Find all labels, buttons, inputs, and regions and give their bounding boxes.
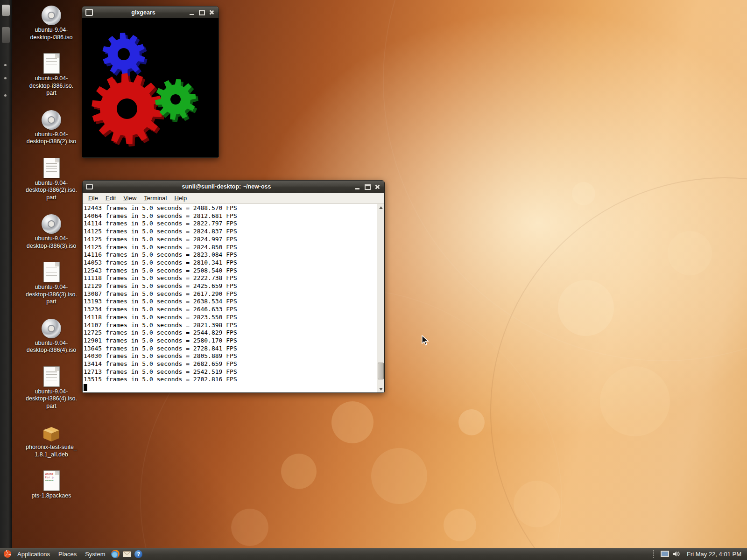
terminal-line: 14064 frames in 5.0 seconds = 2812.681 F… xyxy=(84,212,377,220)
bottom-panel: ApplicationsPlacesSystem ? Fri May 22, 4… xyxy=(0,548,747,560)
terminal-line: 13234 frames in 5.0 seconds = 2646.633 F… xyxy=(84,306,377,314)
volume-icon[interactable] xyxy=(673,551,680,557)
terminal-line: 14107 frames in 5.0 seconds = 2821.398 F… xyxy=(84,322,377,329)
partfile-icon xyxy=(43,365,60,387)
glxgears-window: glxgears xyxy=(82,6,219,158)
red-gear-hole xyxy=(117,98,137,119)
dock-item[interactable] xyxy=(4,77,7,79)
panel-menu-places[interactable]: Places xyxy=(54,549,81,559)
terminal-line: 13414 frames in 5.0 seconds = 2682.659 F… xyxy=(84,360,377,368)
desktop-icon-label: ubuntu-9.04-desktop-i386(2).iso.part xyxy=(26,180,77,202)
partfile-icon xyxy=(43,157,60,178)
firefox-icon xyxy=(111,550,120,558)
partfile-icon xyxy=(43,261,60,282)
dock-item[interactable] xyxy=(4,94,7,97)
panel-menu-system[interactable]: System xyxy=(81,549,109,559)
panel-clock[interactable]: Fri May 22, 4:01 PM xyxy=(684,551,744,558)
terminal-output[interactable]: 12443 frames in 5.0 seconds = 2488.570 F… xyxy=(83,204,377,392)
firefox-launcher[interactable] xyxy=(111,550,120,559)
dock-item[interactable] xyxy=(2,27,10,43)
terminal-line: 14118 frames in 5.0 seconds = 2823.550 F… xyxy=(84,314,377,322)
panel-menus: ApplicationsPlacesSystem xyxy=(3,549,109,559)
desktop-icon-label: ubuntu-9.04-desktop-i386.iso xyxy=(30,27,72,41)
menu-file[interactable]: File xyxy=(85,194,102,203)
tray-handle[interactable] xyxy=(653,550,656,558)
desktop-icon-label: ubuntu-9.04-desktop-i386(3).iso.part xyxy=(26,284,77,306)
glxgears-window-title: glxgears xyxy=(101,9,186,16)
terminal-line: 12901 frames in 5.0 seconds = 2580.170 F… xyxy=(84,337,377,345)
close-button[interactable] xyxy=(206,8,216,16)
textfile-icon: WARNIFor p===== xyxy=(43,469,60,491)
desktop-icon-label: ubuntu-9.04-desktop-i386(4).iso.part xyxy=(26,388,77,410)
arrow-down-icon xyxy=(379,388,383,391)
terminal-line: 13087 frames in 5.0 seconds = 2617.290 F… xyxy=(84,290,377,298)
terminal-line: 14116 frames in 5.0 seconds = 2823.084 F… xyxy=(84,251,377,259)
menu-help[interactable]: Help xyxy=(170,194,190,203)
terminal-titlebar[interactable]: sunil@sunil-desktop: ~/new-oss xyxy=(83,181,384,193)
help-icon: ? xyxy=(134,550,142,558)
desktop-icon-label: ubuntu-9.04-desktop-i386(3).iso xyxy=(27,235,76,250)
desktop-icon-part2[interactable]: ubuntu-9.04-desktop-i386(2).iso.part xyxy=(21,157,82,202)
desktop-icon-iso1[interactable]: ubuntu-9.04-desktop-i386.iso xyxy=(21,4,82,41)
mail-icon xyxy=(123,551,131,557)
desktop-icon-label: ubuntu-9.04-desktop-i386.iso.part xyxy=(29,75,74,97)
dock-item[interactable] xyxy=(4,64,7,66)
terminal-line: 12543 frames in 5.0 seconds = 2508.540 F… xyxy=(84,267,377,275)
help-launcher[interactable]: ? xyxy=(134,550,143,559)
desktop-icon-iso4[interactable]: ubuntu-9.04-desktop-i386(4).iso xyxy=(21,317,82,354)
terminal-line: 12129 frames in 5.0 seconds = 2425.659 F… xyxy=(84,282,377,290)
partfile-icon xyxy=(43,52,60,74)
minimize-button[interactable] xyxy=(352,183,362,191)
terminal-scrollbar[interactable] xyxy=(377,204,384,392)
display-tray-icon[interactable] xyxy=(661,551,669,557)
dock-item[interactable] xyxy=(2,5,10,16)
terminal-line: 12725 frames in 5.0 seconds = 2544.829 F… xyxy=(84,329,377,337)
green-gear-hole xyxy=(170,94,181,105)
terminal-line: 13515 frames in 5.0 seconds = 2702.816 F… xyxy=(84,376,377,384)
desktop-icon-label: ubuntu-9.04-desktop-i386(2).iso xyxy=(27,131,76,146)
desktop-icon-part1[interactable]: ubuntu-9.04-desktop-i386.iso.part xyxy=(21,52,82,97)
desktop-icon-label: ubuntu-9.04-desktop-i386(4).iso xyxy=(27,340,76,354)
terminal-body[interactable]: 12443 frames in 5.0 seconds = 2488.570 F… xyxy=(83,204,384,392)
desktop-icon-iso2[interactable]: ubuntu-9.04-desktop-i386(2).iso xyxy=(21,108,82,146)
close-button[interactable] xyxy=(372,183,382,191)
terminal-line: 14125 frames in 5.0 seconds = 2824.837 F… xyxy=(84,228,377,236)
terminal-line: 12443 frames in 5.0 seconds = 2488.570 F… xyxy=(84,204,377,212)
menu-terminal[interactable]: Terminal xyxy=(140,194,170,203)
disc-icon xyxy=(42,317,61,338)
terminal-line: 14125 frames in 5.0 seconds = 2824.997 F… xyxy=(84,236,377,244)
panel-menu-applications[interactable]: Applications xyxy=(13,549,54,559)
terminal-window-title: sunil@sunil-desktop: ~/new-oss xyxy=(101,183,352,190)
menu-view[interactable]: View xyxy=(120,194,140,203)
desktop-icon-label: pts-1.8packaes xyxy=(32,492,71,500)
maximize-button[interactable] xyxy=(362,183,372,191)
terminal-line: 14053 frames in 5.0 seconds = 2810.341 F… xyxy=(84,259,377,267)
scrollbar-thumb[interactable] xyxy=(378,363,384,379)
desktop-icon-iso3[interactable]: ubuntu-9.04-desktop-i386(3).iso xyxy=(21,212,82,250)
desktop-icon-deb[interactable]: phoronix-test-suite_1.8.1_all.deb xyxy=(21,421,82,458)
minimize-button[interactable] xyxy=(187,8,197,16)
terminal-line: 11118 frames in 5.0 seconds = 2222.738 F… xyxy=(84,274,377,282)
scroll-down-button[interactable] xyxy=(377,386,384,392)
desktop-icon-label: phoronix-test-suite_1.8.1_all.deb xyxy=(26,444,77,458)
terminal-line: 14114 frames in 5.0 seconds = 2822.797 F… xyxy=(84,220,377,228)
glxgears-canvas xyxy=(82,18,218,157)
glxgears-titlebar[interactable]: glxgears xyxy=(82,7,218,18)
terminal-icon xyxy=(86,184,93,189)
maximize-button[interactable] xyxy=(197,8,206,16)
deb-icon xyxy=(42,421,61,442)
arrow-up-icon xyxy=(379,206,383,209)
window-icon xyxy=(85,9,93,16)
desktop-icon-part4[interactable]: ubuntu-9.04-desktop-i386(4).iso.part xyxy=(21,365,82,410)
terminal-line: 14125 frames in 5.0 seconds = 2824.850 F… xyxy=(84,244,377,252)
mail-launcher[interactable] xyxy=(122,550,131,559)
desktop-icon-pts[interactable]: WARNIFor p=====pts-1.8packaes xyxy=(21,469,82,500)
desktop-icon-part3[interactable]: ubuntu-9.04-desktop-i386(3).iso.part xyxy=(21,261,82,306)
menu-edit[interactable]: Edit xyxy=(102,194,120,203)
terminal-line: 13193 frames in 5.0 seconds = 2638.534 F… xyxy=(84,298,377,306)
terminal-line: 14030 frames in 5.0 seconds = 2805.889 F… xyxy=(84,352,377,360)
scroll-up-button[interactable] xyxy=(377,204,384,210)
blue-gear-hole xyxy=(118,48,130,60)
terminal-window: sunil@sunil-desktop: ~/new-oss FileEditV… xyxy=(82,180,385,393)
distro-logo-icon[interactable] xyxy=(4,550,11,558)
